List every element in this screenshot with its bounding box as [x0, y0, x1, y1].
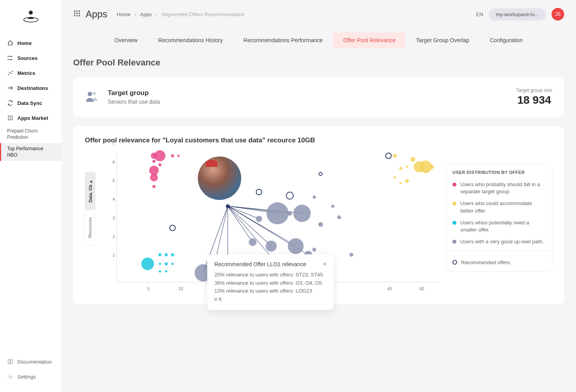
data-bubble[interactable] — [152, 160, 156, 163]
legend-dot-icon — [452, 202, 456, 205]
user-avatar[interactable]: JS — [552, 8, 564, 21]
data-bubble[interactable] — [266, 202, 289, 224]
data-bubble[interactable] — [154, 150, 165, 161]
svg-point-3 — [8, 59, 9, 60]
tooltip-line: ir tt — [214, 295, 326, 304]
sub-prepaid-churn[interactable]: Prepaid Churn Prediction — [0, 125, 61, 143]
tooltip-title: Recommended Offer LLO1 relevance — [214, 261, 306, 267]
tab-configuration[interactable]: Configuration — [480, 32, 533, 48]
data-bubble[interactable] — [158, 163, 161, 166]
recommended-ring[interactable] — [286, 192, 294, 200]
axis-btn-resources[interactable]: Recources — [85, 210, 96, 246]
legend-recommended: Recommended offers — [446, 254, 552, 271]
tab-overview[interactable]: Overview — [104, 32, 148, 48]
nav-label: Metrics — [17, 70, 36, 76]
data-bubble[interactable] — [429, 164, 434, 169]
data-bubble[interactable] — [141, 258, 154, 270]
legend-item: Users whoo potentially need a smaller of… — [446, 217, 552, 236]
tab-overlap[interactable]: Target Group Overlap — [406, 32, 480, 48]
data-bubble[interactable] — [165, 270, 167, 273]
scatter-plot[interactable]: 1234567 510154550 Recommended Offer LLO1… — [105, 152, 438, 294]
data-bubble[interactable] — [406, 166, 408, 168]
data-bubble[interactable] — [165, 253, 168, 256]
y-tick: 1 — [113, 253, 115, 258]
data-bubble[interactable] — [177, 155, 180, 157]
target-size-value: 18 934 — [516, 94, 552, 106]
data-bubble[interactable] — [318, 222, 323, 227]
data-bubble[interactable] — [337, 215, 341, 219]
svg-point-1 — [29, 11, 33, 15]
crumb-apps[interactable]: Apps — [140, 11, 152, 17]
y-tick: 6 — [113, 160, 115, 164]
nav-documentation[interactable]: Documentation — [0, 354, 61, 369]
data-bubble[interactable] — [171, 263, 174, 265]
data-bubble[interactable] — [400, 182, 402, 184]
persona-avatar — [198, 157, 241, 200]
sub-top-performance[interactable]: Top Performance NBO — [0, 143, 61, 161]
data-bubble[interactable] — [158, 253, 161, 256]
y-tick: 3 — [113, 216, 115, 220]
crumb-home[interactable]: Home — [117, 11, 131, 17]
svg-point-20 — [79, 11, 80, 12]
target-group-icon — [85, 90, 98, 105]
data-bubble[interactable] — [394, 176, 396, 179]
home-icon — [7, 40, 13, 46]
legend-item: Users who probably should fall in a sepa… — [446, 179, 552, 198]
data-bubble[interactable] — [150, 174, 158, 181]
tooltip-line: 39% relevance to users with offers: O3, … — [214, 279, 326, 287]
tab-offer-pool[interactable]: Offer Pool Relevance — [333, 32, 406, 48]
data-bubble[interactable] — [405, 179, 409, 183]
apps-grid-icon[interactable] — [73, 9, 81, 19]
tab-history[interactable]: Recommendations History — [148, 32, 233, 48]
data-bubble[interactable] — [349, 253, 353, 257]
data-bubble[interactable] — [165, 262, 168, 265]
language-selector[interactable]: EN — [476, 11, 483, 17]
workspace-selector[interactable]: my-workspace-lo... — [489, 8, 546, 21]
nav-metrics[interactable]: Metrics — [0, 65, 61, 80]
sources-icon — [7, 55, 13, 61]
data-bubble[interactable] — [399, 167, 402, 170]
recommended-ring[interactable] — [385, 153, 392, 159]
svg-point-21 — [74, 13, 75, 14]
nav-datasync[interactable]: Data Sync — [0, 95, 61, 110]
recommended-ring[interactable] — [256, 189, 262, 195]
main-nav: Home Sources Metrics Destinations Data S… — [0, 35, 61, 354]
metrics-icon — [7, 70, 13, 76]
data-bubble[interactable] — [249, 238, 257, 246]
data-bubble[interactable] — [331, 205, 334, 208]
chevron-right-icon: › — [156, 11, 157, 17]
data-bubble[interactable] — [159, 263, 161, 265]
data-bubble[interactable] — [411, 157, 415, 162]
nav-label: Data Sync — [17, 100, 42, 106]
data-bubble[interactable] — [256, 216, 262, 222]
nav-settings[interactable]: Settings — [0, 369, 61, 384]
destinations-icon — [7, 85, 13, 91]
close-icon[interactable]: × — [323, 261, 326, 268]
recommended-ring[interactable] — [319, 172, 323, 176]
nav-label: Sources — [17, 55, 38, 61]
tab-performance[interactable]: Recommendations Performance — [233, 32, 333, 48]
data-bubble[interactable] — [171, 154, 174, 157]
data-bubble[interactable] — [312, 248, 316, 252]
recommended-ring[interactable] — [169, 225, 176, 231]
data-bubble[interactable] — [393, 154, 397, 158]
nav-label: Settings — [17, 374, 36, 380]
nav-home[interactable]: Home — [0, 35, 61, 50]
data-bubble[interactable] — [287, 211, 292, 216]
data-bubble[interactable] — [313, 196, 316, 199]
nav-label: Destinations — [17, 85, 48, 91]
data-bubble[interactable] — [159, 270, 161, 273]
nav-appsmarket[interactable]: Apps Market — [0, 110, 61, 125]
svg-point-19 — [76, 11, 77, 12]
nav-sources[interactable]: Sources — [0, 50, 61, 65]
data-bubble[interactable] — [266, 241, 277, 252]
nav-destinations[interactable]: Destinations — [0, 80, 61, 95]
data-bubble[interactable] — [293, 205, 311, 222]
chart-area: Data, Gb▸ Recources 1234567 510154550 Re… — [85, 152, 438, 294]
y-tick: 5 — [113, 178, 115, 183]
axis-btn-data[interactable]: Data, Gb▸ — [85, 172, 96, 210]
data-bubble[interactable] — [171, 253, 174, 256]
data-bubble[interactable] — [288, 238, 304, 254]
svg-point-10 — [11, 116, 13, 117]
data-bubble[interactable] — [152, 185, 156, 188]
